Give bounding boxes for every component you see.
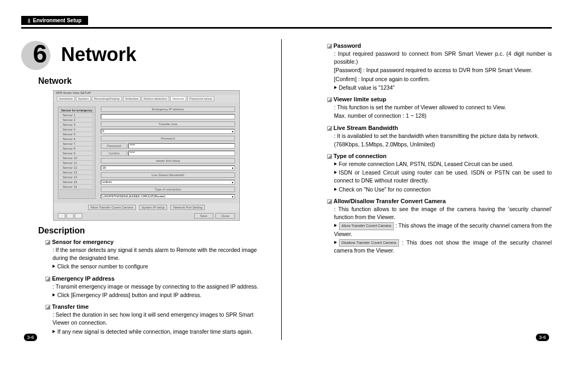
ss-sensor-item[interactable]: Sensor 2 [59, 118, 92, 123]
header-bar: ▮Environment Setup [21, 16, 552, 25]
item-body: : This function allows to see the image … [334, 205, 552, 255]
item-body: : It is availabled to set the bandwidth … [334, 132, 552, 149]
description-item: ◪Emergency IP address: Transmit emergenc… [45, 275, 271, 299]
ss-tab[interactable]: Password setup [187, 96, 214, 101]
chevron-down-icon: ▾ [232, 129, 233, 133]
chapter-badge: 6 Network [21, 39, 271, 71]
ss-transfer-time-select[interactable]: 0▾ [101, 129, 235, 134]
ss-sensor-item[interactable]: Sensor 15 [59, 180, 92, 185]
item-title: ◪Password [327, 42, 552, 49]
ss-sensor-item[interactable]: Sensor 13 [59, 170, 92, 175]
ss-live-stream-select[interactable]: unlimit▾ [101, 180, 235, 185]
ss-bottom-button[interactable]: Network Port Setting [170, 205, 205, 210]
bullet-icon: ◪ [327, 125, 332, 131]
triangle-icon [53, 265, 55, 268]
ss-sensor-item[interactable]: Sensor 8 [59, 146, 92, 151]
page-number-right: 3-6 [536, 334, 549, 341]
ss-bottom-button[interactable]: System IP setup [139, 205, 168, 210]
item-title: ◪Allow/Disallow Transfer Convert Camera [327, 198, 552, 205]
bullet-icon: ◪ [45, 303, 50, 310]
ss-sensor-item[interactable]: Sensor 14 [59, 175, 92, 180]
bullet-icon: ◪ [327, 42, 332, 49]
ss-sensor-item[interactable]: Sensor 3 [59, 123, 92, 127]
ss-sensor-item[interactable]: Sensor 7 [59, 142, 92, 146]
ss-sensor-item[interactable]: Sensor 16 [59, 185, 92, 189]
triangle-icon [334, 162, 337, 165]
item-body: : Input required password to connect fro… [334, 50, 552, 92]
inline-button[interactable]: Allow Transfer Covert Camera [339, 222, 394, 230]
item-body: : Select the duration in sec how long it… [53, 311, 271, 336]
item-body: For remote connection LAN, PSTN, ISDN, L… [334, 160, 552, 194]
section-title: Network [38, 76, 271, 86]
description-item: ◪Allow/Disallow Transfer Convert Camera:… [327, 198, 552, 255]
chevron-down-icon: ▾ [232, 166, 233, 170]
ss-tabs: HardwareSystemRecording/DisplayScheduleM… [54, 95, 239, 102]
chapter-title: Network [61, 43, 136, 66]
description-heading: Description [38, 226, 271, 236]
triangle-icon [334, 241, 337, 244]
triangle-icon [334, 171, 337, 174]
bullet-icon: ◪ [327, 198, 332, 204]
inline-button[interactable]: Disallow Transfer Covert Camera [339, 239, 399, 247]
ss-confirm-input[interactable]: **** [128, 151, 235, 156]
chevron-down-icon: ▾ [232, 180, 233, 184]
ss-conn-type-select[interactable]: LAN/PSTN/ISDN/LEASED CIRCUIT(Router)▾ [101, 194, 235, 199]
ss-tab[interactable]: Network [170, 96, 186, 101]
description-item: ◪Live Stream Bandwidth: It is availabled… [327, 125, 552, 149]
triangle-icon [334, 188, 337, 191]
item-body: : This function is set the number of Vie… [334, 103, 552, 120]
description-item: ◪Transfer time: Select the duration in s… [45, 303, 271, 336]
bullet-icon: ◪ [327, 153, 332, 159]
ss-password-input[interactable]: **** [128, 143, 235, 149]
ss-viewer-limit-label: viewer limit setup [101, 158, 235, 163]
ss-sensor-header: Sensor for emergency [59, 108, 94, 113]
ss-sensor-item[interactable]: Sensor 12 [59, 165, 92, 170]
chapter-number: 6 [33, 39, 47, 68]
ss-viewer-limit-select[interactable]: 16▾ [101, 165, 235, 170]
header-rule [21, 27, 552, 29]
ss-tab[interactable]: Schedule [123, 96, 141, 101]
ss-password-header: Password [101, 136, 235, 141]
triangle-icon [334, 224, 337, 227]
bullet-icon: ◪ [45, 239, 50, 245]
ss-emergency-ip-btn[interactable]: Emergency IP address [101, 107, 235, 112]
item-title: ◪Live Stream Bandwidth [327, 125, 552, 132]
ss-sensor-item[interactable]: Sensor 5 [59, 132, 92, 137]
header-marker-icon: ▮ [28, 18, 31, 23]
item-title: ◪Sensor for emergency [45, 239, 271, 246]
chevron-down-icon: ▾ [232, 195, 233, 198]
ss-sensor-item[interactable]: Sensor 4 [59, 127, 92, 132]
ss-tab[interactable]: Recording/Display [92, 96, 122, 101]
ss-nav-icons [58, 213, 82, 219]
ss-footer-button[interactable]: Close [215, 213, 235, 219]
ss-bottom-button[interactable]: Allow Transfer Covert Camera [88, 205, 136, 210]
ss-sensor-item[interactable]: Sensor 11 [59, 161, 92, 165]
ss-footer-button[interactable]: Save [194, 213, 213, 219]
ss-password-lbl: Password [101, 143, 127, 149]
page-number-left: 3-6 [24, 334, 37, 341]
ss-tab[interactable]: System [76, 96, 91, 101]
ss-tab[interactable]: Hardware [57, 96, 75, 101]
bullet-icon: ◪ [45, 275, 50, 282]
ss-transfer-time-label: Transfer time [101, 121, 235, 127]
ss-sensor-item[interactable]: Sensor 6 [59, 137, 92, 142]
item-title: ◪Transfer time [45, 303, 271, 310]
ss-sensor-item[interactable]: Sensor 10 [59, 156, 92, 161]
ss-live-stream-label: Live Stream Bandwidth [101, 172, 235, 178]
item-title: ◪Type of connection [327, 153, 552, 160]
embedded-screenshot: SPR Smart View SETUP HardwareSystemRecor… [53, 90, 240, 221]
ss-sensor-item[interactable]: Sensor 9 [59, 151, 92, 156]
ss-tab[interactable]: Motion detection [142, 96, 169, 101]
ss-emergency-ip-input[interactable] [101, 114, 235, 119]
ss-sensor-item[interactable]: Sensor 1 [59, 113, 92, 118]
triangle-icon [53, 330, 55, 333]
ss-sensor-panel: Sensor for emergency Sensor 1Sensor 2Sen… [58, 107, 96, 199]
item-body: : If the sensor detects any signal it se… [53, 246, 271, 271]
description-item: ◪Viewer limite setup: This function is s… [327, 96, 552, 120]
description-item: ◪Sensor for emergency: If the sensor det… [45, 239, 271, 271]
triangle-icon [334, 86, 337, 89]
header-tab-label: Environment Setup [33, 18, 82, 23]
header-tab: ▮Environment Setup [21, 16, 88, 25]
ss-conn-type-label: Type of connection [101, 187, 235, 192]
item-title: ◪Emergency IP address [45, 275, 271, 282]
